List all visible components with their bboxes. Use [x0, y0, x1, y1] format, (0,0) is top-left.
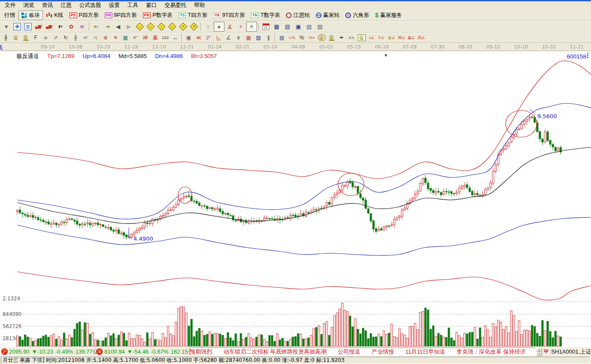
radial-web-button[interactable]: ✳ — [110, 33, 120, 42]
step-back-button[interactable]: ◀ — [113, 22, 123, 32]
grid-trend-button[interactable]: ▧ — [253, 33, 263, 42]
toolbar-button-winner-service[interactable]: $赢家服务 — [372, 10, 405, 20]
hand-tool-button[interactable]: ☞ — [203, 22, 214, 32]
toolbar-button-9p-square[interactable]: P99P四方形 — [102, 10, 140, 20]
ticker-spin-control[interactable]: ▲▼ — [536, 348, 542, 355]
mirror-angle-button[interactable]: A| — [91, 33, 101, 42]
v-wave-button[interactable]: ∨ — [234, 33, 244, 42]
gold-ratio-ruler-button[interactable]: 金 — [11, 33, 21, 42]
diamond-zoom-in-button[interactable]: + — [178, 22, 188, 32]
diamond-leftright-button[interactable]: ↔ — [167, 22, 178, 32]
menu-browse[interactable]: 浏览 — [19, 1, 38, 9]
toolbar-button-9t-square[interactable]: T99T四方形 — [211, 10, 248, 20]
win-angle-button[interactable]: 赢∠ — [406, 33, 416, 42]
time-cycle-rocket-button[interactable]: ⇗ — [51, 33, 61, 42]
angle-pair-button[interactable]: ∠ — [224, 33, 234, 42]
fan-box-purple-button[interactable]: ◸ — [204, 33, 214, 42]
calendar-button[interactable]: 21 — [260, 22, 271, 32]
diamond-right-button[interactable]: → — [145, 22, 156, 32]
gann-knot-button[interactable]: ♆ — [235, 22, 246, 32]
toolbar-button-sectors[interactable]: 板块 — [18, 10, 43, 20]
gold-levels-button[interactable]: 金 — [327, 33, 337, 42]
toolbar-button-winner-wheel[interactable]: Big赢家轮 — [313, 10, 343, 20]
gold-ratio-ruler-2-button[interactable]: 金 — [21, 33, 31, 42]
gann-ruler-button[interactable]: ╫ — [1, 33, 11, 42]
notepad-button[interactable]: ▤ — [282, 22, 293, 32]
step-forward-button[interactable]: ▶ — [123, 22, 134, 32]
k-prime-button[interactable]: K" — [130, 33, 140, 42]
wave-a-button[interactable]: A∿ — [347, 33, 357, 42]
cycle-circle-button[interactable]: ↻ — [61, 33, 71, 42]
stats-list-button[interactable]: ▤ — [277, 33, 287, 42]
news-ticker[interactable]: 预期强烈 动车组启二次招标 年底铁路投资再掀高潮 公司报道 产业情报 11月11… — [189, 348, 536, 356]
save-disk-button[interactable]: ▣ — [293, 22, 304, 32]
toolbar-button-p-number[interactable]: PNP数字表 — [140, 10, 175, 20]
winner-logo-button[interactable]: ❖ — [12, 22, 23, 32]
shen-angle-button[interactable]: 神∠ — [396, 33, 406, 42]
span-measure-button[interactable]: ↔ — [170, 33, 180, 42]
menu-help[interactable]: 帮助 — [190, 1, 209, 9]
spin-down-icon[interactable]: ▼ — [536, 352, 542, 356]
menu-file[interactable]: 文件 — [1, 1, 19, 9]
sz-market-badge[interactable]: 深 — [96, 348, 103, 355]
spiral-tool-button[interactable]: ℮ — [41, 33, 51, 42]
menu-tools[interactable]: 工具 — [123, 1, 142, 9]
color-histogram-button[interactable]: ≋ — [77, 22, 88, 32]
expand-dropdown-button[interactable]: ▾ — [1, 22, 12, 32]
toolbar-button-p-square[interactable]: PSP四方形 — [66, 10, 102, 20]
menu-window[interactable]: 窗口 — [142, 1, 161, 9]
win-ruler-button[interactable]: 赢 — [150, 33, 160, 42]
sh-market-badge[interactable]: 沪 — [1, 348, 8, 355]
four-angle-button[interactable]: 四∠ — [416, 33, 426, 42]
fan-lines-button[interactable]: ≪ — [194, 33, 204, 42]
toolbar-button-gann-wheel[interactable]: 江恩轮 — [283, 10, 313, 20]
box-ruler-button[interactable]: ▣ — [184, 33, 194, 42]
smart-brain-button[interactable]: ✳ — [246, 22, 257, 32]
print-screen-button[interactable]: ▨ — [315, 22, 325, 32]
menu-settings[interactable]: 设置 — [105, 1, 123, 9]
brush-measure-button[interactable]: ✒ — [337, 33, 347, 42]
gann-seal-button[interactable]: ✿ — [66, 22, 77, 32]
toolbar-button-quotes[interactable]: 行情 — [1, 10, 18, 20]
diamond-left-button[interactable]: ← — [134, 22, 145, 32]
fan-box-red-button[interactable]: ◺ — [214, 33, 224, 42]
kline-9-combine-button[interactable]: ▄▆⁹ — [44, 22, 55, 32]
crosshair-tool-button[interactable]: + — [214, 22, 224, 32]
spin-up-icon[interactable]: ▲ — [536, 348, 542, 352]
jump-first-button[interactable]: ⇤ — [91, 22, 102, 32]
toolbar-button-hexagon[interactable]: 六角形 — [342, 10, 372, 20]
diamond-updown-button[interactable]: ↕ — [156, 22, 167, 32]
toolbar-button-t-square[interactable]: TST四方形 — [175, 10, 211, 20]
angle-measure-button[interactable]: ∡ — [224, 22, 235, 32]
percent-levels-button[interactable]: %≡ — [307, 33, 317, 42]
square-web-button[interactable]: ▦ — [120, 33, 130, 42]
calculator-button[interactable]: ▦ — [271, 22, 282, 32]
toolbar-button-t-number[interactable]: TNT数字表 — [248, 10, 283, 20]
menu-trade[interactable]: 交易委托 — [161, 1, 190, 9]
n-squared-button[interactable]: n² — [81, 33, 91, 42]
info-panel-button[interactable]: ≣ — [23, 22, 33, 32]
kline-chart[interactable]: 2.13248440905627262813634.49009.5600 — [0, 51, 591, 347]
toolbar-button-kline[interactable]: K线 — [43, 10, 66, 20]
number-ruler-button[interactable]: 123 — [160, 33, 170, 42]
diamond-zoom-out-button[interactable]: ↗ — [188, 22, 199, 32]
grid-web-button[interactable]: ▦ — [244, 33, 253, 42]
parallel-channel-button[interactable]: ∥ — [263, 33, 273, 42]
percent-tool-button[interactable]: % — [297, 33, 307, 42]
j-angle-button[interactable]: J∠ — [367, 33, 377, 42]
menu-formula-pick[interactable]: 公式选股 — [75, 1, 105, 9]
f-angle-button[interactable]: F∠ — [377, 33, 386, 42]
candle-period-dropdown-button[interactable]: ▮▾ — [55, 22, 66, 32]
target-crosshair-button[interactable]: ⊕ — [101, 33, 110, 42]
gold-box-button[interactable]: 金 — [357, 33, 367, 42]
percent-wave-button[interactable]: ∿% — [287, 33, 297, 42]
jump-last-button[interactable]: ⇥ — [102, 22, 113, 32]
gold-circle-button[interactable]: 金 — [317, 33, 327, 42]
shen-ruler-button[interactable]: 神 — [140, 33, 150, 42]
menu-news[interactable]: 资讯 — [38, 1, 57, 9]
gold-angle-button[interactable]: 金∠ — [386, 33, 396, 42]
fib-ruler-button[interactable]: F — [31, 33, 41, 42]
menu-gann[interactable]: 江恩 — [57, 1, 75, 9]
kline-3-combine-button[interactable]: ▄▆³ — [33, 22, 44, 32]
remote-data-button[interactable]: ▧ — [304, 22, 315, 32]
